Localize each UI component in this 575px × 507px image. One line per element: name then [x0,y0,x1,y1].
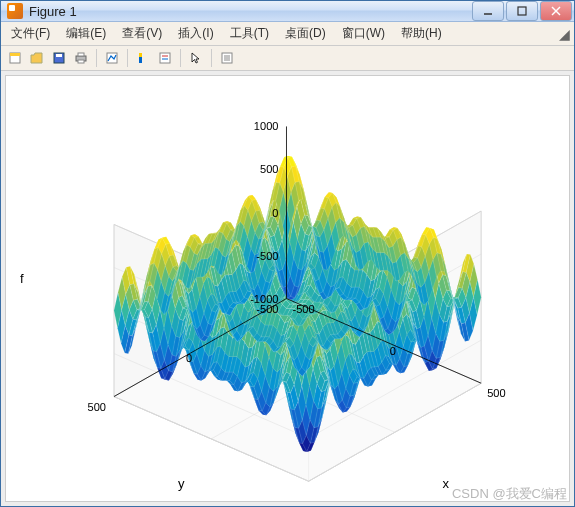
svg-text:-500: -500 [256,303,278,315]
canvas-area: -1000-50005001000-5000500-5000500 f y x [1,71,574,506]
svg-rect-9 [78,53,84,56]
svg-text:500: 500 [487,387,505,399]
figure-window: Figure 1 文件(F) 编辑(E) 查看(V) 插入(I) 工具(T) 桌… [0,0,575,507]
watermark: CSDN @我爱C编程 [452,485,567,503]
z-axis-label: f [20,271,24,286]
menu-file[interactable]: 文件(F) [3,22,58,45]
titlebar[interactable]: Figure 1 [1,1,574,22]
menu-view[interactable]: 查看(V) [114,22,170,45]
svg-text:-500: -500 [256,250,278,262]
open-icon[interactable] [27,48,47,68]
menu-tools[interactable]: 工具(T) [222,22,277,45]
menu-edit[interactable]: 编辑(E) [58,22,114,45]
insert-legend-icon[interactable] [155,48,175,68]
window-title: Figure 1 [29,4,470,19]
svg-text:500: 500 [260,163,278,175]
x-axis-label: x [443,476,450,491]
property-editor-icon[interactable] [217,48,237,68]
toolbar-separator [180,49,181,67]
window-controls [470,1,572,21]
svg-text:-500: -500 [293,303,315,315]
maximize-button[interactable] [506,1,538,21]
toolbar [1,46,574,71]
svg-rect-1 [518,7,526,15]
svg-text:0: 0 [186,352,192,364]
svg-rect-14 [160,53,170,63]
svg-text:0: 0 [390,345,396,357]
surface-plot[interactable]: -1000-50005001000-5000500-5000500 [6,76,569,501]
close-button[interactable] [540,1,572,21]
svg-rect-5 [10,53,20,56]
save-icon[interactable] [49,48,69,68]
svg-rect-13 [139,57,142,63]
menu-help[interactable]: 帮助(H) [393,22,450,45]
toolbar-separator [127,49,128,67]
toolbar-separator [96,49,97,67]
svg-rect-10 [78,60,84,63]
insert-colorbar-icon[interactable] [133,48,153,68]
figure-canvas[interactable]: -1000-50005001000-5000500-5000500 f y x [5,75,570,502]
menu-overflow-icon[interactable]: ◢ [559,26,570,42]
minimize-button[interactable] [472,1,504,21]
y-axis-label: y [178,476,185,491]
svg-text:500: 500 [88,401,106,413]
pointer-icon[interactable] [186,48,206,68]
matlab-figure-icon [7,3,23,19]
menubar: 文件(F) 编辑(E) 查看(V) 插入(I) 工具(T) 桌面(D) 窗口(W… [1,22,574,46]
svg-text:0: 0 [272,206,278,218]
new-figure-icon[interactable] [5,48,25,68]
menu-window[interactable]: 窗口(W) [334,22,393,45]
print-icon[interactable] [71,48,91,68]
svg-rect-7 [56,54,62,57]
menu-desktop[interactable]: 桌面(D) [277,22,334,45]
toolbar-separator [211,49,212,67]
svg-rect-11 [107,53,117,63]
menu-insert[interactable]: 插入(I) [170,22,221,45]
edit-plot-icon[interactable] [102,48,122,68]
svg-text:1000: 1000 [254,120,279,132]
